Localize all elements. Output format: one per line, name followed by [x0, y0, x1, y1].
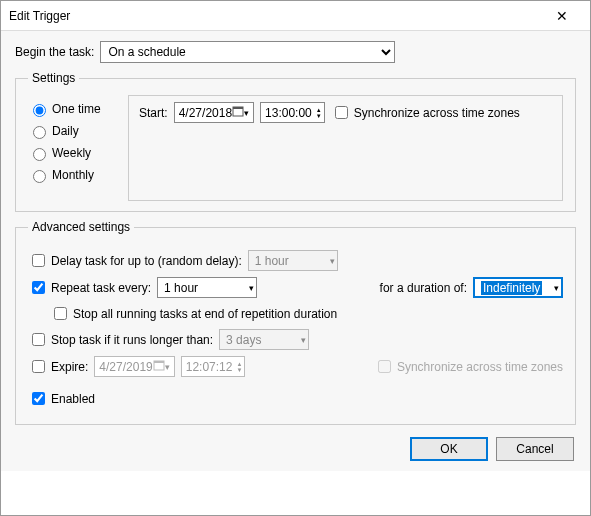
repeat-checkbox[interactable]: [32, 281, 45, 294]
start-date-picker[interactable]: 4/27/2018 ▾: [174, 102, 254, 123]
expire-time-value: 12:07:12: [186, 360, 233, 374]
sync-timezone-label: Synchronize across time zones: [354, 106, 520, 120]
duration-value: Indefinitely: [481, 281, 542, 295]
settings-legend: Settings: [28, 71, 79, 85]
delay-value: 1 hour: [255, 254, 289, 268]
chevron-down-icon: ▾: [165, 362, 170, 372]
start-time-spinner[interactable]: 13:00:00 ▲ ▼: [260, 102, 325, 123]
weekly-radio[interactable]: [33, 148, 46, 161]
edit-trigger-dialog: Edit Trigger ✕ Begin the task: On a sche…: [0, 0, 591, 516]
chevron-down-icon: ▾: [249, 283, 254, 293]
expire-time-spinner: 12:07:12 ▲ ▼: [181, 356, 246, 377]
weekly-label: Weekly: [52, 146, 91, 160]
expire-label: Expire:: [51, 360, 88, 374]
repeat-value: 1 hour: [164, 281, 198, 295]
window-title: Edit Trigger: [9, 9, 542, 23]
chevron-down-icon: ▾: [301, 335, 306, 345]
cancel-button[interactable]: Cancel: [496, 437, 574, 461]
sync-timezone-checkbox[interactable]: [335, 106, 348, 119]
stop-longer-label: Stop task if it runs longer than:: [51, 333, 213, 347]
stop-longer-combo: 3 days ▾: [219, 329, 309, 350]
enabled-label: Enabled: [51, 392, 95, 406]
expire-sync-checkbox: [378, 360, 391, 373]
stop-repetition-checkbox[interactable]: [54, 307, 67, 320]
start-date-value: 4/27/2018: [179, 106, 232, 120]
delay-combo: 1 hour ▾: [248, 250, 338, 271]
one-time-label: One time: [52, 102, 101, 116]
delay-checkbox[interactable]: [32, 254, 45, 267]
advanced-group: Advanced settings Delay task for up to (…: [15, 220, 576, 425]
repeat-combo[interactable]: 1 hour ▾: [157, 277, 257, 298]
calendar-icon: [153, 359, 165, 374]
daily-label: Daily: [52, 124, 79, 138]
calendar-icon: [232, 105, 244, 120]
begin-task-label: Begin the task:: [15, 45, 94, 59]
enabled-checkbox[interactable]: [32, 392, 45, 405]
spin-down-icon[interactable]: ▼: [316, 113, 322, 119]
stop-longer-checkbox[interactable]: [32, 333, 45, 346]
chevron-down-icon: ▾: [554, 283, 559, 293]
daily-radio[interactable]: [33, 126, 46, 139]
expire-date-value: 4/27/2019: [99, 360, 152, 374]
settings-group: Settings One time Daily Weekly: [15, 71, 576, 212]
begin-task-select[interactable]: On a schedule: [100, 41, 395, 63]
expire-date-picker: 4/27/2019 ▾: [94, 356, 174, 377]
monthly-label: Monthly: [52, 168, 94, 182]
delay-label: Delay task for up to (random delay):: [51, 254, 242, 268]
ok-button[interactable]: OK: [410, 437, 488, 461]
expire-sync-label: Synchronize across time zones: [397, 360, 563, 374]
svg-rect-3: [154, 361, 164, 363]
titlebar: Edit Trigger ✕: [1, 1, 590, 31]
duration-label: for a duration of:: [380, 281, 467, 295]
start-time-value: 13:00:00: [265, 106, 312, 120]
close-icon[interactable]: ✕: [542, 8, 582, 24]
duration-combo[interactable]: Indefinitely ▾: [473, 277, 563, 298]
expire-checkbox[interactable]: [32, 360, 45, 373]
spin-down-icon: ▼: [236, 367, 242, 373]
stop-longer-value: 3 days: [226, 333, 261, 347]
chevron-down-icon: ▾: [330, 256, 335, 266]
repeat-label: Repeat task every:: [51, 281, 151, 295]
start-label: Start:: [139, 106, 168, 120]
monthly-radio[interactable]: [33, 170, 46, 183]
chevron-down-icon: ▾: [244, 108, 249, 118]
advanced-legend: Advanced settings: [28, 220, 134, 234]
one-time-radio[interactable]: [33, 104, 46, 117]
stop-repetition-label: Stop all running tasks at end of repetit…: [73, 307, 337, 321]
schedule-detail-box: Start: 4/27/2018 ▾ 13:00:00 ▲: [128, 95, 563, 201]
svg-rect-1: [233, 107, 243, 109]
